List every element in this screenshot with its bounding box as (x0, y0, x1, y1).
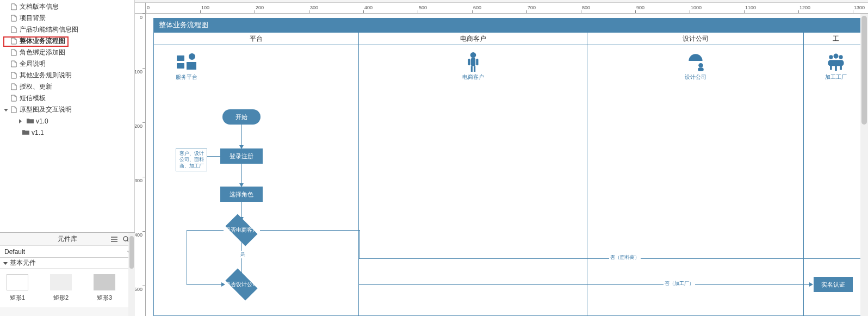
actor-design[interactable]: 设计公司 (685, 52, 706, 81)
ruler-vertical: 0 100 200 300 400 500 (135, 14, 146, 316)
svg-rect-4 (187, 62, 196, 70)
actor-ecom[interactable]: 电商客户 (462, 52, 484, 81)
tree-item-structure[interactable]: 产品功能结构信息图 (0, 24, 134, 35)
connector (241, 164, 242, 184)
page-icon (10, 3, 17, 11)
lane-factory: 加工工厂 实名认证 (804, 45, 868, 316)
tree-label: 角色绑定添加图 (20, 48, 65, 57)
svg-rect-1 (177, 55, 184, 61)
lane-header-platform[interactable]: 平台 (153, 32, 359, 45)
page-icon (10, 95, 17, 102)
svg-rect-6 (470, 58, 475, 66)
svg-point-14 (833, 54, 838, 59)
svg-rect-9 (468, 59, 470, 66)
svg-rect-7 (470, 66, 472, 72)
node-auth[interactable]: 实名认证 (814, 277, 853, 292)
svg-rect-2 (177, 63, 184, 69)
ruler-corner (135, 3, 146, 14)
tree-label: 全局说明 (20, 59, 46, 69)
canvas[interactable]: 整体业务流程图 平台 电商客户 设计公司 工 服务平台 开始 客户、设计公司 (146, 14, 868, 316)
connector (187, 284, 224, 285)
tree-item-auth[interactable]: 授权、更新 (0, 81, 134, 92)
widget-rect3[interactable]: 矩形3 (94, 274, 115, 302)
lane-header-ecom[interactable]: 电商客户 (359, 32, 587, 45)
library-title: 元件库 (58, 234, 77, 244)
swimlane-title[interactable]: 整体业务流程图 (153, 18, 868, 32)
node-is-ecom[interactable]: 是否电商客户 (222, 218, 261, 242)
tree-item-background[interactable]: 项目背景 (0, 13, 134, 24)
page-icon (10, 106, 17, 114)
widget-rect2[interactable]: 矩形2 (50, 274, 72, 302)
caret-right-icon (16, 117, 24, 125)
page-icon (10, 15, 17, 22)
library-scrollbar[interactable] (128, 233, 135, 316)
page-icon (10, 83, 17, 91)
tree-item-v11[interactable]: v1.1 (0, 127, 134, 138)
edge-label-no-factory: 否（加工厂） (664, 280, 695, 287)
svg-point-11 (698, 63, 703, 67)
svg-rect-8 (474, 66, 475, 72)
library-header: 元件库 (0, 233, 135, 246)
tree-item-proto[interactable]: 原型图及交互说明 (0, 104, 134, 115)
menu-icon[interactable] (110, 235, 119, 244)
arrowhead-right-icon (809, 282, 813, 287)
caret-down-icon (2, 106, 10, 114)
folder-icon (22, 129, 29, 137)
node-sidenote[interactable]: 客户、设计公司、面料商、加工厂 (176, 148, 207, 171)
tree-label: 授权、更新 (20, 82, 52, 91)
node-selectrole[interactable]: 选择角色 (220, 187, 263, 202)
library-select[interactable]: Default ▾ (0, 246, 135, 258)
page-tree: 文档版本信息 项目背景 产品功能结构信息图 整体业务流程图 角色绑定添加图 全局… (0, 0, 134, 138)
tree-label: v1.0 (36, 117, 48, 125)
connector (359, 284, 587, 285)
actor-label: 电商客户 (462, 73, 484, 81)
node-is-design[interactable]: 是否设计公司 (222, 272, 261, 296)
widget-swatch (7, 274, 28, 290)
library-group-label: 基本元件 (10, 258, 36, 268)
lane-body: 服务平台 开始 客户、设计公司、面料商、加工厂 登录注册 选择角色 是否电商客户 (153, 45, 868, 316)
actor-platform[interactable]: 服务平台 (176, 52, 197, 81)
svg-rect-18 (835, 65, 837, 71)
actor-label: 加工工厂 (825, 73, 847, 81)
node-start[interactable]: 开始 (222, 109, 261, 125)
company-icon (685, 52, 706, 72)
page-icon (10, 49, 17, 57)
actor-label: 设计公司 (685, 73, 706, 81)
tree-item-v10[interactable]: v1.0 (0, 115, 134, 127)
canvas-scrollbar[interactable] (860, 14, 868, 316)
connector (241, 202, 242, 218)
tree-label: 短信模板 (20, 94, 46, 103)
node-login[interactable]: 登录注册 (220, 148, 263, 164)
svg-point-0 (123, 237, 128, 241)
tree-item-docversion[interactable]: 文档版本信息 (0, 1, 134, 13)
connector (241, 258, 242, 274)
connector (804, 258, 867, 259)
connector (359, 258, 587, 259)
lane-header-design[interactable]: 设计公司 (587, 32, 804, 45)
library-group[interactable]: 基本元件 (0, 258, 135, 269)
widget-swatch (50, 274, 72, 290)
svg-rect-19 (840, 65, 842, 70)
page-icon (10, 26, 17, 34)
tree-item-flow[interactable]: 整体业务流程图 (0, 35, 134, 47)
svg-point-3 (189, 53, 195, 60)
tree-label: v1.1 (32, 129, 44, 137)
lane-platform: 服务平台 开始 客户、设计公司、面料商、加工厂 登录注册 选择角色 是否电商客户 (153, 45, 359, 316)
lane-ecom: 电商客户 (359, 45, 587, 316)
actor-factory[interactable]: 加工工厂 (825, 52, 847, 81)
connector (241, 125, 242, 146)
tree-item-rolebind[interactable]: 角色绑定添加图 (0, 47, 134, 58)
library-select-value: Default (4, 248, 25, 256)
tree-item-otherrules[interactable]: 其他业务规则说明 (0, 70, 134, 81)
svg-point-13 (829, 55, 833, 59)
platform-icon (176, 52, 197, 72)
tree-item-global[interactable]: 全局说明 (0, 58, 134, 70)
lane-header-factory[interactable]: 工 (804, 32, 868, 45)
tree-label: 原型图及交互说明 (20, 105, 72, 114)
tree-label: 整体业务流程图 (20, 36, 65, 46)
tree-item-sms[interactable]: 短信模板 (0, 92, 134, 104)
tree-label: 产品功能结构信息图 (20, 25, 78, 34)
page-icon (10, 72, 17, 79)
ruler-horizontal: 0 100 200 300 400 500 600 700 800 900 10… (146, 3, 868, 14)
widget-rect1[interactable]: 矩形1 (7, 274, 28, 302)
